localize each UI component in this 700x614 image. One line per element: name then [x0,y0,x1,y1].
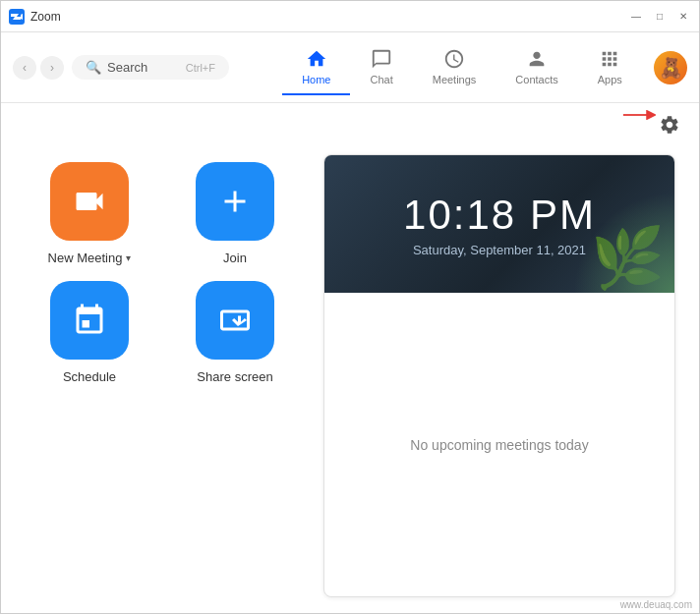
join-item[interactable]: Join [170,162,300,265]
clock-section: 10:18 PM Saturday, September 11, 2021 🌿 [324,155,674,293]
forward-button[interactable]: › [40,56,64,80]
zoom-logo-icon [9,9,25,25]
schedule-button[interactable] [50,281,129,360]
search-label: Search [107,60,186,75]
share-screen-button[interactable] [196,281,274,360]
settings-bar [1,103,699,139]
new-meeting-label: New Meeting ▾ [48,251,132,265]
right-panel: 10:18 PM Saturday, September 11, 2021 🌿 … [323,154,675,597]
search-icon: 🔍 [86,60,101,75]
close-button[interactable]: ✕ [675,9,691,25]
settings-button[interactable] [656,111,683,139]
maximize-button[interactable]: □ [652,9,668,25]
zoom-window: Zoom — □ ✕ ‹ › 🔍 Search Ctrl+F Home [0,0,700,614]
top-bar: ‹ › 🔍 Search Ctrl+F Home Chat [1,32,699,103]
share-screen-item[interactable]: Share screen [170,281,300,384]
nav-tabs: Home Chat Meetings Contact [237,40,687,95]
tab-contacts-label: Contacts [515,74,557,85]
new-meeting-button[interactable] [50,162,129,241]
title-bar: Zoom — □ ✕ [1,1,699,32]
watermark: www.deuaq.com [620,599,692,610]
clock-time: 10:18 PM [403,192,596,239]
back-button[interactable]: ‹ [13,56,36,80]
settings-arrow [620,105,656,129]
main-content: New Meeting ▾ Join [1,139,699,613]
tab-home-label: Home [302,74,330,85]
profile-area[interactable]: 🧸 [654,51,687,84]
join-label: Join [223,251,247,265]
tab-home[interactable]: Home [282,40,350,95]
minimize-button[interactable]: — [628,9,644,25]
tab-chat[interactable]: Chat [350,40,412,95]
search-bar[interactable]: 🔍 Search Ctrl+F [72,55,229,80]
nav-arrows: ‹ › [13,56,64,80]
left-panel: New Meeting ▾ Join [25,154,300,597]
window-controls: — □ ✕ [628,9,691,25]
tab-apps-label: Apps [598,74,622,85]
clock-date: Saturday, September 11, 2021 [413,243,586,257]
new-meeting-item[interactable]: New Meeting ▾ [25,162,154,265]
tab-chat-label: Chat [370,74,392,85]
share-screen-label: Share screen [197,369,272,384]
join-button[interactable] [196,162,274,241]
no-meetings-text: No upcoming meetings today [410,437,588,453]
plant-icon: 🌿 [591,223,665,293]
window-title: Zoom [30,10,628,24]
tab-apps[interactable]: Apps [578,40,642,95]
schedule-label: Schedule [63,369,116,384]
action-grid: New Meeting ▾ Join [25,154,300,392]
tab-meetings[interactable]: Meetings [413,40,496,95]
schedule-item[interactable]: Schedule [25,281,154,384]
dropdown-arrow-icon: ▾ [126,252,131,263]
meetings-section: No upcoming meetings today [324,293,674,596]
avatar[interactable]: 🧸 [654,51,687,84]
tab-meetings-label: Meetings [433,74,477,85]
search-shortcut: Ctrl+F [186,62,215,74]
tab-contacts[interactable]: Contacts [496,40,577,95]
